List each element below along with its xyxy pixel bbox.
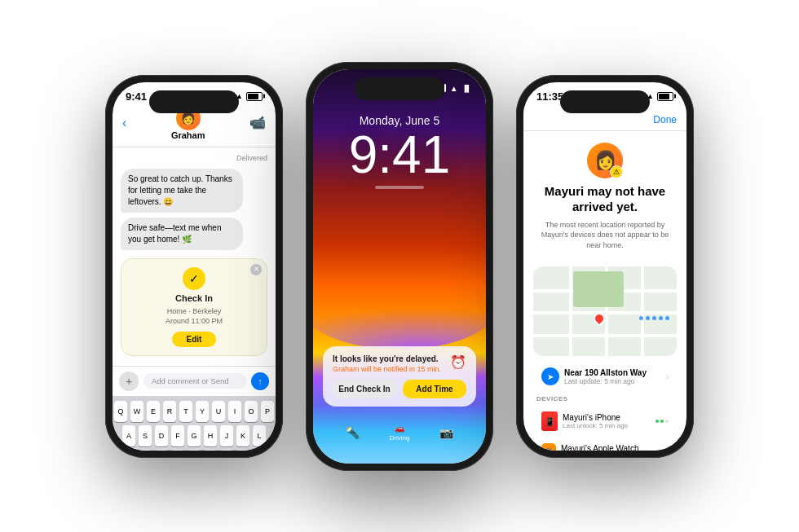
keyboard: Q W E R T Y U I O P A S D F G H [113, 396, 276, 451]
phone-lockscreen: ▲ ▐▌ Monday, June 5 9:41 ⏰ It looks like… [306, 62, 493, 471]
trail-dot [665, 316, 669, 320]
iphone-icon: 📱 [541, 411, 558, 431]
key-l[interactable]: L [253, 425, 266, 446]
map-road-v3 [641, 266, 644, 356]
iphone-signals [656, 420, 669, 423]
key-u[interactable]: U [212, 401, 225, 422]
alert-screen: 11:35 ▲ Done [523, 82, 686, 451]
key-delete[interactable]: ⌫ [253, 450, 269, 451]
message-input-bar: + Add comment or Send ↑ [113, 366, 276, 396]
iphone-name: Mayuri's iPhone [563, 413, 651, 422]
notch-3 [560, 90, 650, 113]
key-h[interactable]: H [204, 425, 217, 446]
add-time-button[interactable]: Add Time [403, 380, 466, 398]
device-watch: ⌚ Mayuri's Apple Watch Last upd... [533, 437, 677, 450]
key-e[interactable]: E [147, 401, 160, 422]
keyboard-row-2: A S D F G H J K L [115, 425, 273, 446]
notification-buttons: End Check In Add Time [333, 380, 466, 398]
scene: 9:41 ▲ ‹ 🧑 [0, 0, 799, 532]
key-g[interactable]: G [188, 425, 201, 446]
checkin-details: Home · Berkeley Around 11:00 PM [166, 306, 223, 327]
key-m[interactable]: M [236, 450, 249, 451]
location-icon: ➤ [541, 367, 559, 385]
map-grid [533, 266, 677, 356]
location-text: Near 190 Allston Way Last update: 5 min … [564, 368, 661, 385]
key-j[interactable]: J [220, 425, 233, 446]
watch-name: Mayuri's Apple Watch [561, 444, 656, 450]
end-checkin-button[interactable]: End Check In [333, 380, 396, 398]
phone-messages: 9:41 ▲ ‹ 🧑 [105, 75, 283, 458]
key-t[interactable]: T [179, 401, 192, 422]
message-bubble-2: Drive safe—text me when you get home! 🌿 [121, 218, 243, 250]
key-shift[interactable]: ⇧ [119, 450, 135, 451]
alert-warning-badge: ⚠ [610, 165, 623, 178]
dock-driving[interactable]: 🚗 Driving [388, 421, 411, 444]
signal-dot [656, 420, 659, 423]
key-x[interactable]: X [155, 450, 168, 451]
alert-content: 👩 ⚠ Mayuri may not have arrived yet. The… [523, 131, 686, 262]
key-f[interactable]: F [171, 425, 184, 446]
key-r[interactable]: R [163, 401, 176, 422]
key-o[interactable]: O [245, 401, 258, 422]
map-park [573, 271, 624, 307]
key-z[interactable]: Z [139, 450, 152, 451]
trail-dot [646, 316, 650, 320]
trail-dot [652, 316, 656, 320]
location-info: ➤ Near 190 Allston Way Last update: 5 mi… [533, 361, 677, 392]
ls-battery-icon: ▐▌ [462, 85, 471, 92]
key-i[interactable]: I [228, 401, 241, 422]
contact-name: Graham [171, 130, 205, 140]
iphone-status: Last unlock: 5 min ago [563, 422, 651, 429]
key-q[interactable]: Q [114, 401, 127, 422]
device-iphone: 📱 Mayuri's iPhone Last unlock: 5 min ago [533, 406, 677, 437]
notification-subtitle: Graham will be notified in 15 min. [333, 365, 466, 373]
message-bubble-1: So great to catch up. Thanks for letting… [121, 169, 243, 213]
keyboard-row-1: Q W E R T Y U I O P [115, 401, 273, 422]
alert-avatar: 👩 ⚠ [587, 143, 623, 178]
map-dot-trail [639, 316, 669, 320]
key-b[interactable]: B [204, 450, 217, 451]
devices-section: DEVICES 📱 Mayuri's iPhone Last unlock: 5… [533, 395, 677, 450]
lockscreen-wave [313, 252, 486, 350]
back-button[interactable]: ‹ [122, 116, 126, 130]
key-y[interactable]: Y [196, 401, 209, 422]
lockscreen-notification: ⏰ It looks like you're delayed. Graham w… [323, 346, 476, 407]
dock-camera[interactable]: 📷 [435, 421, 457, 444]
notch [149, 90, 239, 113]
chevron-right-icon: › [666, 372, 669, 381]
key-a[interactable]: A [122, 425, 135, 446]
lockscreen-screen: ▲ ▐▌ Monday, June 5 9:41 ⏰ It looks like… [313, 69, 486, 464]
key-d[interactable]: D [155, 425, 168, 446]
alert-title: Mayuri may not have arrived yet. [533, 183, 677, 215]
signal-dot [665, 420, 669, 423]
close-button[interactable]: ✕ [250, 264, 262, 275]
done-button[interactable]: Done [653, 114, 677, 125]
location-name: Near 190 Allston Way [564, 368, 661, 377]
alert-subtitle: The most recent location reported by May… [533, 220, 677, 251]
dock-flashlight[interactable]: 🔦 [342, 421, 364, 444]
edit-button[interactable]: Edit [172, 332, 217, 347]
key-k[interactable]: K [236, 425, 249, 446]
key-n[interactable]: N [220, 450, 233, 451]
delivered-label: Delivered [121, 154, 267, 162]
watch-info: Mayuri's Apple Watch Last upd... [561, 444, 656, 450]
checkin-card: ✕ ✓ Check In Home · Berkeley Around 11:0… [121, 258, 267, 356]
trail-dot [659, 316, 663, 320]
video-call-button[interactable]: 📹 [249, 115, 266, 130]
ls-wifi-icon: ▲ [450, 84, 458, 93]
key-s[interactable]: S [139, 425, 152, 446]
key-v[interactable]: V [188, 450, 201, 451]
key-c[interactable]: C [171, 450, 184, 451]
home-indicator-2 [375, 186, 424, 189]
status-time: 9:41 [126, 90, 147, 103]
alert-map [533, 266, 677, 356]
send-button[interactable]: ↑ [251, 372, 269, 390]
battery-icon [246, 92, 263, 101]
iphone-info: Mayuri's iPhone Last unlock: 5 min ago [563, 413, 651, 429]
key-w[interactable]: W [130, 401, 143, 422]
trail-dot [639, 316, 643, 320]
location-update-time: Last update: 5 min ago [564, 377, 661, 385]
key-p[interactable]: P [261, 401, 274, 422]
message-input[interactable]: Add comment or Send [143, 373, 246, 389]
plus-button[interactable]: + [119, 372, 139, 391]
